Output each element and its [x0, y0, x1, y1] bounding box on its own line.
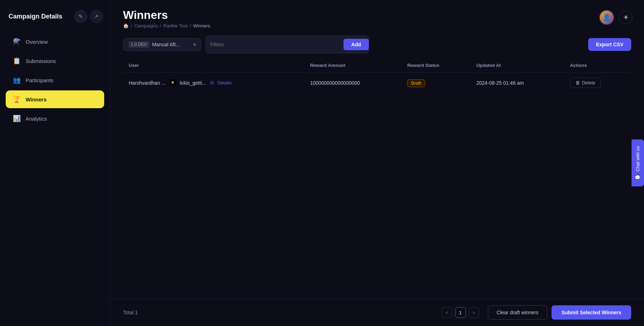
sidebar: Campaign Details ✎ ↗ ⚗️ Overview 📋 Submi…	[0, 0, 110, 326]
table-row: Harshvardhan ... ✕ lokis_getti... ⧉ Deta…	[123, 73, 631, 93]
page-title-area: Winners 🏠 / Campaigns / Rarible Test / W…	[123, 9, 210, 28]
draft-badge: Draft	[407, 79, 425, 87]
updated-at-cell: 2024-08-25 01:46 am	[470, 73, 564, 93]
table-wrap: User Reward Amount Reward Status Updated…	[110, 58, 644, 299]
submissions-icon: 📋	[13, 57, 21, 65]
main-content: Winners 🏠 / Campaigns / Rarible Test / W…	[110, 0, 644, 326]
sidebar-item-analytics[interactable]: 📊 Analytics	[6, 110, 104, 127]
edit-icon: ✎	[79, 14, 83, 19]
export-csv-button[interactable]: Export CSV	[588, 38, 631, 51]
winners-table: User Reward Amount Reward Status Updated…	[123, 58, 631, 93]
user-cell: Harshvardhan ... ✕ lokis_getti... ⧉ Deta…	[123, 73, 304, 93]
breadcrumb-sep3: /	[190, 23, 191, 28]
details-link[interactable]: Details	[217, 80, 231, 85]
sidebar-item-winners[interactable]: 🏆 Winners	[6, 90, 104, 108]
footer: Total 1 < 1 > Clear draft winners Submit…	[110, 299, 644, 326]
breadcrumb-sep1: /	[131, 23, 132, 28]
breadcrumb-home[interactable]: 🏠	[123, 23, 129, 28]
sidebar-item-label-winners: Winners	[26, 96, 47, 102]
sidebar-header: Campaign Details ✎ ↗	[0, 0, 110, 33]
total-label: Total 1	[123, 310, 138, 315]
theme-toggle-button[interactable]: ☀	[619, 11, 633, 24]
copy-icon[interactable]: ⧉	[210, 80, 214, 86]
breadcrumb-sep2: /	[160, 23, 161, 28]
sidebar-item-label-analytics: Analytics	[26, 116, 47, 122]
chat-icon: 💬	[635, 174, 640, 180]
user-cell-inner: Harshvardhan ... ✕ lokis_getti... ⧉ Deta…	[129, 79, 299, 86]
winners-icon: 🏆	[13, 95, 21, 103]
avatar[interactable]: 👤	[599, 10, 614, 25]
external-link-button[interactable]: ↗	[90, 10, 103, 23]
trash-icon: 🗑	[575, 80, 580, 85]
col-reward-status: Reward Status	[401, 58, 470, 73]
filter-text: Manual Aft...	[152, 42, 180, 47]
filter-input-wrap: Add	[206, 36, 369, 53]
submit-selected-winners-button[interactable]: Submit Selected Winners	[552, 305, 631, 320]
sidebar-item-label-overview: Overview	[26, 39, 48, 45]
external-link-icon: ↗	[94, 14, 99, 19]
next-page-button[interactable]: >	[469, 307, 479, 318]
user-name: Harshvardhan ...	[129, 80, 166, 86]
topbar-right: 👤 ☀	[599, 9, 633, 25]
actions-cell: 🗑 Delete	[564, 73, 631, 93]
edit-icon-button[interactable]: ✎	[74, 10, 87, 23]
col-user: User	[123, 58, 304, 73]
analytics-icon: 📊	[13, 115, 21, 122]
col-reward-amount: Reward Amount	[304, 58, 401, 73]
breadcrumb-current: Winners	[193, 23, 210, 28]
participants-icon: 👥	[13, 76, 21, 84]
filter-dropdown[interactable]: 1.0 DEV Manual Aft... ▾	[123, 38, 201, 51]
theme-icon: ☀	[623, 14, 629, 21]
topbar: Winners 🏠 / Campaigns / Rarible Test / W…	[110, 0, 644, 32]
breadcrumb: 🏠 / Campaigns / Rarible Test / Winners	[123, 23, 210, 28]
sidebar-item-overview[interactable]: ⚗️ Overview	[6, 33, 104, 51]
pagination: < 1 >	[442, 307, 479, 318]
reward-amount-cell: 100000000000000000	[304, 73, 401, 93]
chat-widget[interactable]: 💬 Chat with us	[632, 140, 644, 186]
user-handle: lokis_getti...	[180, 80, 206, 86]
overview-icon: ⚗️	[13, 38, 21, 46]
reward-status-cell: Draft	[401, 73, 470, 93]
dev-badge: 1.0 DEV	[128, 41, 149, 48]
sidebar-item-label-submissions: Submissions	[26, 58, 56, 64]
prev-page-button[interactable]: <	[442, 307, 452, 318]
x-twitter-icon: ✕	[169, 79, 176, 86]
sidebar-item-submissions[interactable]: 📋 Submissions	[6, 52, 104, 70]
delete-button[interactable]: 🗑 Delete	[570, 78, 601, 88]
filters-input[interactable]	[206, 42, 344, 47]
clear-draft-winners-button[interactable]: Clear draft winners	[488, 305, 548, 320]
page-number[interactable]: 1	[455, 307, 466, 318]
page-title: Winners	[123, 9, 210, 22]
sidebar-item-participants[interactable]: 👥 Participants	[6, 71, 104, 89]
add-button[interactable]: Add	[344, 39, 369, 50]
sidebar-title: Campaign Details	[9, 13, 62, 20]
sidebar-header-icons: ✎ ↗	[74, 10, 103, 23]
breadcrumb-test[interactable]: Rarible Test	[163, 23, 187, 28]
table-header-row: User Reward Amount Reward Status Updated…	[123, 58, 631, 73]
sidebar-nav: ⚗️ Overview 📋 Submissions 👥 Participants…	[0, 33, 110, 326]
footer-actions: Clear draft winners Submit Selected Winn…	[488, 305, 631, 320]
breadcrumb-campaigns[interactable]: Campaigns	[134, 23, 158, 28]
col-actions: Actions	[564, 58, 631, 73]
chevron-down-icon: ▾	[193, 42, 196, 47]
sidebar-item-label-participants: Participants	[26, 77, 53, 83]
chat-label: Chat with us	[635, 146, 640, 172]
toolbar: 1.0 DEV Manual Aft... ▾ Add Export CSV	[110, 32, 644, 58]
col-updated-at: Updated At	[470, 58, 564, 73]
